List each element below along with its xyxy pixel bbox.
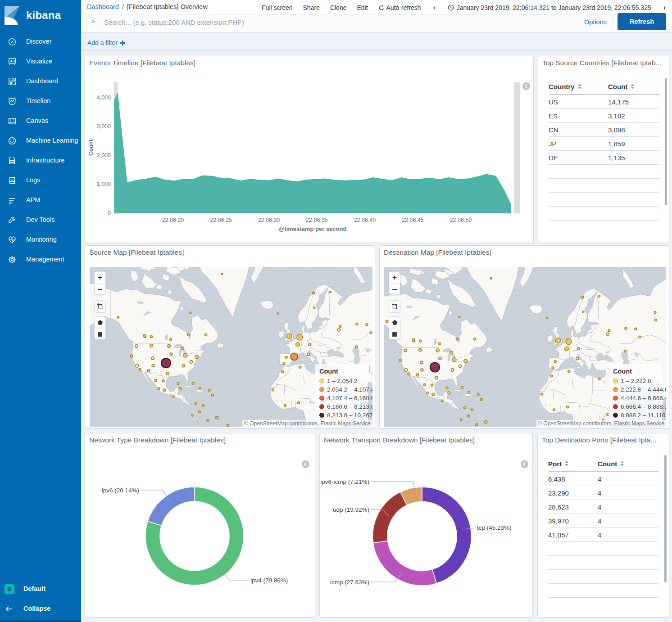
svg-text:4,000: 4,000 xyxy=(97,95,111,101)
svg-text:1,000: 1,000 xyxy=(97,181,111,187)
svg-text:22:06:20: 22:06:20 xyxy=(162,217,184,223)
svg-text:ipv6-icmp (7.21%): ipv6-icmp (7.21%) xyxy=(320,478,369,485)
svg-text:22:06:45: 22:06:45 xyxy=(402,217,424,223)
svg-text:22:06:30: 22:06:30 xyxy=(258,217,280,223)
svg-text:@timestamp per second: @timestamp per second xyxy=(279,225,347,232)
svg-text:icmp (27.63%): icmp (27.63%) xyxy=(330,579,369,586)
svg-text:22:06:50: 22:06:50 xyxy=(450,217,472,223)
svg-text:22:06:25: 22:06:25 xyxy=(210,217,232,223)
svg-text:ipv4 (79.86%): ipv4 (79.86%) xyxy=(250,577,288,584)
svg-text:ipv6 (20.14%): ipv6 (20.14%) xyxy=(102,487,139,494)
svg-text:2,000: 2,000 xyxy=(97,152,111,158)
svg-text:Count: Count xyxy=(88,139,94,156)
svg-text:3,000: 3,000 xyxy=(97,123,111,130)
svg-text:udp (19.92%): udp (19.92%) xyxy=(333,506,369,513)
svg-text:tcp (45.23%): tcp (45.23%) xyxy=(477,524,512,531)
svg-text:22:06:35: 22:06:35 xyxy=(306,217,328,223)
svg-text:22:06:40: 22:06:40 xyxy=(354,217,376,223)
svg-text:0: 0 xyxy=(108,210,111,216)
